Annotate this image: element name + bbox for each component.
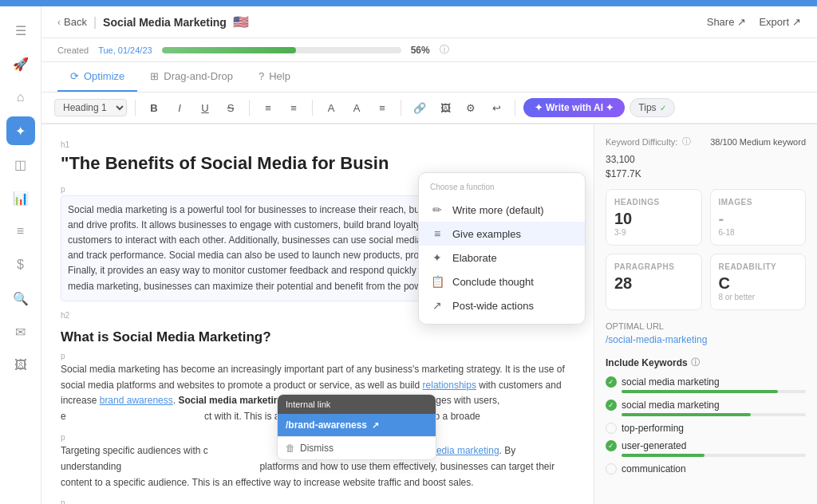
ai-write-more-label: Write more (default): [452, 204, 544, 216]
align-button[interactable]: ≡: [372, 97, 393, 118]
write-ai-icon: ✦: [535, 102, 543, 113]
brand-awareness-link[interactable]: brand awareness: [100, 395, 173, 406]
tab-drag-drop-label: Drag-and-Drop: [164, 70, 233, 82]
relationships-link[interactable]: relationships: [423, 380, 476, 391]
kw-check-3: [606, 423, 617, 434]
editor-panel[interactable]: h1 "The Benefits of Social Media for Bus…: [41, 124, 594, 504]
strikethrough-button[interactable]: S: [220, 97, 241, 118]
settings-button[interactable]: ⚙: [460, 97, 481, 118]
sidebar-icon-chart[interactable]: 📊: [6, 183, 35, 212]
tips-toggle[interactable]: Tips ✓: [630, 98, 674, 117]
heading-select[interactable]: Heading 1 Heading 2 Paragraph: [54, 99, 127, 116]
flag-icon: 🇺🇸: [233, 14, 249, 30]
stat-headings: HEADINGS 10 3-9: [606, 189, 702, 246]
optimize-icon: ⟳: [70, 70, 79, 82]
readability-range: 8 or better: [719, 293, 798, 301]
stat-readability: READABILITY C 8 or better: [710, 254, 807, 310]
article-h2[interactable]: What is Social Media Marketing?: [61, 329, 574, 345]
stats-grid: HEADINGS 10 3-9 IMAGES - 6-18 PARAGRAPHS…: [606, 189, 806, 310]
toolbar-divider-2: [249, 100, 250, 116]
font-color-button[interactable]: A: [321, 97, 341, 118]
ai-elaborate[interactable]: ✦ Elaborate: [419, 246, 585, 270]
ai-give-examples[interactable]: ≡ Give examples: [419, 222, 585, 246]
app-wrapper: ☰ 🚀 ⌂ ✦ ◫ 📊 ≡ $ 🔍 ✉ 🖼 ‹ Back |: [0, 0, 817, 504]
headings-label: HEADINGS: [614, 198, 693, 207]
kw-check-5: [606, 463, 617, 474]
ai-elaborate-label: Elaborate: [452, 252, 497, 264]
kw-bar-fill-2: [622, 413, 751, 416]
highlight-button[interactable]: A: [346, 97, 367, 118]
bold-button[interactable]: B: [144, 97, 164, 118]
keyword-item-3: top-performing: [606, 423, 806, 434]
share-icon: ↗: [737, 16, 746, 28]
examples-icon: ≡: [430, 227, 444, 240]
sidebar-icon-magic[interactable]: ✦: [6, 116, 35, 145]
export-label: Export: [759, 16, 789, 28]
optimal-url-value: /social-media-marketing: [606, 334, 806, 345]
internal-link-header: Internal link: [278, 395, 436, 414]
write-ai-button[interactable]: ✦ Write with AI ✦: [523, 98, 625, 117]
keyword-item-1-header: ✓ social media marketing: [606, 376, 806, 388]
content-area: ‹ Back | Social Media Marketing 🇺🇸 Share…: [41, 6, 817, 504]
underline-button[interactable]: U: [195, 97, 215, 118]
kw-bar-track-2: [622, 413, 806, 416]
progress-percent: 56%: [411, 45, 430, 56]
ai-post-wide-label: Post-wide actions: [452, 300, 534, 312]
back-chevron-icon: ‹: [57, 17, 61, 28]
include-kw-info-icon[interactable]: ⓘ: [691, 356, 700, 368]
back-button[interactable]: ‹ Back: [57, 16, 87, 28]
share-button[interactable]: Share ↗: [707, 16, 747, 28]
export-button[interactable]: Export ↗: [759, 16, 801, 28]
kw-bar-track-1: [622, 390, 806, 393]
tab-optimize-label: Optimize: [84, 70, 124, 82]
sidebar-icon-mail[interactable]: ✉: [6, 317, 35, 346]
conclude-icon: 📋: [430, 275, 444, 288]
tab-bar: ⟳ Optimize ⊞ Drag-and-Drop ? Help: [41, 62, 817, 93]
kw-name-1: social media marketing: [622, 376, 720, 388]
tab-optimize[interactable]: ⟳ Optimize: [57, 62, 137, 92]
dismiss-label: Dismiss: [300, 443, 334, 454]
undo-button[interactable]: ↩: [486, 97, 507, 118]
bullet-list-button[interactable]: ≡: [258, 97, 278, 118]
ai-dropdown-header: Choose a function: [419, 179, 585, 198]
header-bar: ‹ Back | Social Media Marketing 🇺🇸 Share…: [41, 6, 817, 38]
image-button[interactable]: 🖼: [435, 97, 456, 118]
sidebar-icon-menu[interactable]: ☰: [6, 16, 35, 45]
sidebar-icon-rocket[interactable]: 🚀: [6, 49, 35, 78]
keyword-item-4-header: ✓ user-generated: [606, 440, 806, 451]
ai-post-wide[interactable]: ↗ Post-wide actions: [419, 293, 585, 317]
ai-conclude-label: Conclude thought: [452, 276, 534, 288]
tab-help[interactable]: ? Help: [246, 62, 303, 92]
sidebar-icon-image[interactable]: 🖼: [6, 351, 35, 380]
sidebar-icon-search[interactable]: 🔍: [6, 284, 35, 313]
ordered-list-button[interactable]: ≡: [283, 97, 304, 118]
tab-help-label: Help: [269, 70, 290, 82]
p-label-4: p: [61, 498, 574, 504]
kd-price: $177.7K: [606, 168, 806, 179]
readability-value: C: [719, 274, 798, 293]
keyword-item-1: ✓ social media marketing: [606, 376, 806, 393]
ai-give-examples-label: Give examples: [452, 228, 521, 240]
trash-icon: 🗑: [286, 443, 295, 454]
dismiss-button[interactable]: 🗑 Dismiss: [278, 436, 436, 459]
ai-write-more[interactable]: ✏ Write more (default): [419, 198, 585, 222]
header-separator: |: [93, 15, 97, 30]
kd-info-icon[interactable]: ⓘ: [682, 136, 691, 148]
ai-conclude[interactable]: 📋 Conclude thought: [419, 270, 585, 293]
sidebar-icon-currency[interactable]: $: [6, 250, 35, 279]
progress-info-icon[interactable]: ⓘ: [440, 43, 449, 57]
tips-label: Tips: [638, 102, 656, 113]
italic-button[interactable]: I: [169, 97, 190, 118]
keyword-item-3-header: top-performing: [606, 423, 806, 434]
keyword-difficulty-row: Keyword Difficulty: ⓘ 38/100 Medium keyw…: [606, 136, 806, 148]
created-date: Tue, 01/24/23: [98, 45, 152, 55]
sidebar-icon-home[interactable]: ⌂: [6, 83, 35, 112]
sidebar-icon-layers[interactable]: ◫: [6, 150, 35, 179]
internal-link-url[interactable]: /brand-awareness ↗: [278, 414, 436, 436]
p-label-2: p: [61, 352, 574, 360]
tab-drag-drop[interactable]: ⊞ Drag-and-Drop: [137, 62, 246, 92]
sidebar-icon-list[interactable]: ≡: [6, 217, 35, 246]
right-panel: Keyword Difficulty: ⓘ 38/100 Medium keyw…: [594, 124, 817, 504]
link-button[interactable]: 🔗: [409, 97, 430, 118]
headings-range: 3-9: [614, 228, 693, 237]
